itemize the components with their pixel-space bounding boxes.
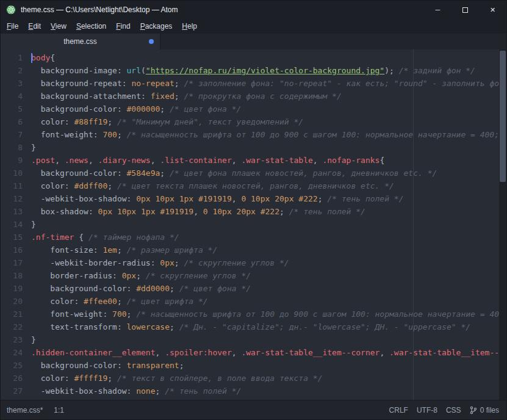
code-line[interactable]: 6 color: #88ff19; /* "Минимум дней", тек… [1,115,506,128]
line-number: 4 [1,90,27,103]
text-cursor [31,53,32,63]
menu-item-selection[interactable]: Selection [71,20,111,32]
code-line[interactable]: 8} [1,141,506,154]
code-text: .post, .news, .diary-news, .list-contain… [31,154,384,167]
code-line[interactable]: 11 color: #ddff00; /* цвет текста плашек… [1,179,506,192]
menu-item-edit[interactable]: Edit [23,20,46,32]
code-line[interactable]: 10 background-color: #584e9a; /* цвет фо… [1,167,506,179]
git-branch-icon [470,406,477,415]
scrollbar-thumb[interactable] [500,51,506,182]
menu-item-packages[interactable]: Packages [135,20,178,32]
code-line[interactable]: 21 font-weight: 700; /* насыщенность шри… [1,308,506,320]
maximize-icon [462,7,468,13]
title-bar[interactable]: theme.css — C:\Users\Netlight\Desktop — … [1,1,506,19]
code-line[interactable]: 5 background-color: #000000; /* цвет фон… [1,103,506,115]
code-text: background-image: url("https://nofap.ru/… [31,64,475,77]
code-text: font-weight: 700; /* насыщенность шрифта… [31,128,506,141]
line-number: 12 [1,192,27,205]
status-encoding[interactable]: UTF-8 [417,406,437,415]
editor-lines: 1body{2 background-image: url("https://n… [1,51,506,397]
code-line[interactable]: 17 -webkit-border-radius: 0px; /* скругл… [1,256,506,269]
line-number: 19 [1,282,27,295]
line-number: 27 [1,385,27,397]
status-filename[interactable]: theme.css* [7,406,43,415]
code-line[interactable]: 7 font-weight: 700; /* насыщенность шриф… [1,128,506,141]
menu-item-find[interactable]: Find [111,20,135,32]
tab-bar: theme.css [1,34,506,49]
line-number: 18 [1,269,27,282]
line-number: 21 [1,308,27,320]
code-text: color: #ddff00; /* цвет текста плашек но… [31,179,394,192]
code-line[interactable]: 27 -webkit-box-shadow: none; /* тень пол… [1,385,506,397]
minimize-button[interactable]: ─ [424,1,451,19]
code-line[interactable]: 22 text-transform: lowercase; /* Дн. - "… [1,320,506,333]
code-line[interactable]: 9.post, .news, .diary-news, .list-contai… [1,154,506,167]
status-grammar[interactable]: CSS [446,406,461,415]
code-line[interactable]: 15.nf-timer { /* таймер нофапа */ [1,231,506,244]
code-text: -webkit-box-shadow: none; /* тень полей … [31,385,241,397]
code-text: color: #ffff19; /* текст в спойлере, в п… [31,372,322,385]
code-line[interactable]: 24.hidden-container__element, .spoiler:h… [1,346,506,359]
code-line[interactable]: 23} [1,333,506,346]
code-text: } [31,141,36,154]
menu-bar: FileEditViewSelectionFindPackagesHelp [1,19,506,34]
tab-theme-css[interactable]: theme.css [1,34,160,49]
code-text: .hidden-container__element, .spoiler:hov… [31,346,506,359]
vertical-scrollbar[interactable] [499,49,506,400]
code-text: box-shadow: 0px 10px 1px #191919, 0 10px… [31,205,365,218]
code-text: text-transform: lowercase; /* Дн. - "cap… [31,320,470,333]
line-number: 10 [1,167,27,179]
status-line-ending[interactable]: CRLF [389,406,408,415]
line-number: 6 [1,115,27,128]
code-text: -webkit-border-radius: 0px; /* скруглени… [31,256,289,269]
status-cursor-position[interactable]: 1:1 [54,406,64,415]
modified-dot-icon[interactable] [149,39,154,44]
line-number: 1 [1,51,27,64]
code-line[interactable]: 16 font-size: 1em; /* размер шрифта */ [1,244,506,256]
code-text: -webkit-box-shadow: 0px 10px 1px #191919… [31,192,404,205]
editor-pane[interactable]: 1body{2 background-image: url("https://n… [1,49,506,400]
code-text: font-size: 1em; /* размер шрифта */ [31,244,217,256]
tab-label: theme.css [63,37,97,46]
line-number: 16 [1,244,27,256]
code-text: } [31,333,36,346]
line-number: 17 [1,256,27,269]
code-text: background-color: #584e9a; /* цвет фона … [31,167,437,179]
code-text: color: #88ff19; /* "Минимум дней", текст… [31,115,303,128]
code-line[interactable]: 14} [1,218,506,231]
code-text: font-weight: 700; /* насыщенность шрифта… [31,308,506,320]
code-line[interactable]: 12 -webkit-box-shadow: 0px 10px 1px #191… [1,192,506,205]
code-text: background-color: #000000; /* цвет фона … [31,103,241,115]
menu-item-help[interactable]: Help [177,20,202,32]
menu-item-file[interactable]: File [2,20,23,32]
code-line[interactable]: 19 background-color: #dd0000; /* цвет фо… [1,282,506,295]
code-line[interactable]: 3 background-repeat: no-repeat; /* запол… [1,77,506,90]
line-number: 5 [1,103,27,115]
code-line[interactable]: 26 color: #ffff19; /* текст в спойлере, … [1,372,506,385]
code-text: background-color: transparent; [31,359,184,372]
line-number: 23 [1,333,27,346]
code-line[interactable]: 2 background-image: url("https://nofap.r… [1,64,506,77]
line-number: 26 [1,372,27,385]
code-line[interactable]: 20 color: #ffee00; /* цвет шрифта */ [1,295,506,308]
status-bar: theme.css* 1:1 CRLF UTF-8 CSS 0 files [1,400,506,419]
code-text: background-color: #dd0000; /* цвет фона … [31,282,251,295]
status-right: CRLF UTF-8 CSS 0 files [389,406,499,415]
line-number: 9 [1,154,27,167]
code-text: background-repeat: no-repeat; /* заполне… [31,77,504,90]
code-line[interactable]: 13 box-shadow: 0px 10px 1px #191919, 0 1… [1,205,506,218]
code-line[interactable]: 1body{ [1,51,506,64]
code-text: background-attachment: fixed; /* прокрут… [31,90,342,103]
maximize-button[interactable] [451,1,479,19]
code-line[interactable]: 25 background-color: transparent; [1,359,506,372]
line-number: 14 [1,218,27,231]
code-line[interactable]: 4 background-attachment: fixed; /* прокр… [1,90,506,103]
line-number: 15 [1,231,27,244]
close-button[interactable]: ✕ [479,1,506,19]
status-left: theme.css* 1:1 [7,406,64,415]
atom-logo-icon [6,5,16,15]
code-line[interactable]: 18 border-radius: 0px; /* скругление угл… [1,269,506,282]
menu-item-view[interactable]: View [46,20,71,32]
code-text: .nf-timer { /* таймер нофапа */ [31,231,179,244]
git-status-button[interactable]: 0 files [470,406,499,415]
